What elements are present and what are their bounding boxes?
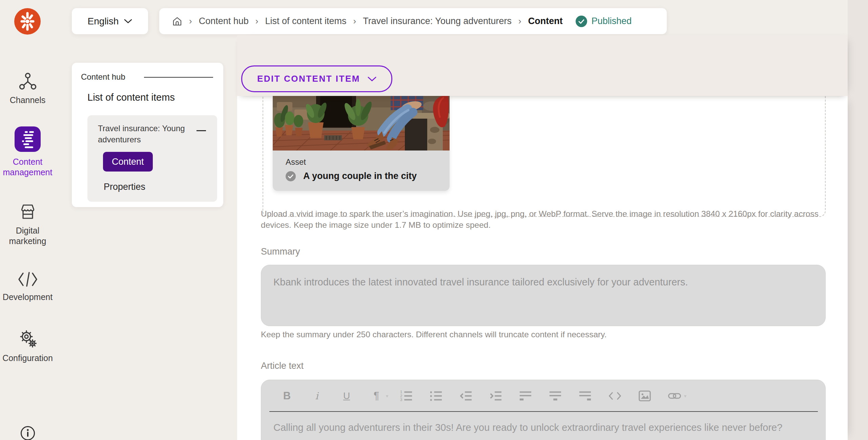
status-badge-label: Published [592, 16, 632, 26]
breadcrumb-item-content: Content [528, 16, 563, 26]
chevron-down-icon: ▾ [386, 393, 388, 399]
indent-icon[interactable] [489, 389, 502, 403]
content-item-title[interactable]: Travel insurance: Young adventurers [98, 123, 187, 145]
edit-content-item-label: EDIT CONTENT ITEM [257, 74, 360, 84]
rich-text-toolbar: B i U ¶▾ 123 [281, 389, 681, 403]
article-text-label: Article text [261, 361, 304, 371]
sidebar-item-label: Configuration [0, 353, 55, 363]
paragraph-style-icon[interactable]: ¶▾ [370, 389, 383, 403]
tab-content[interactable]: Content [103, 152, 153, 172]
summary-textarea[interactable]: Kbank introduces the latest innovated tr… [261, 265, 826, 326]
bold-icon[interactable]: B [281, 389, 293, 403]
asset-photo [273, 96, 450, 151]
selected-content-item-card: Travel insurance: Young adventurers Cont… [87, 115, 217, 202]
asset-caption: Asset A young couple in the city [273, 151, 450, 191]
sidebar-item-configuration[interactable]: Configuration [0, 329, 55, 363]
align-right-icon[interactable] [579, 389, 592, 403]
nav-panel-title: Content hub [81, 72, 125, 82]
check-circle-icon [576, 16, 587, 27]
edit-content-item-button[interactable]: EDIT CONTENT ITEM [241, 65, 392, 92]
svg-text:1: 1 [400, 390, 402, 394]
chevron-down-icon [368, 76, 376, 82]
sidebar-item-channels[interactable]: Channels [0, 73, 55, 105]
content-management-icon [0, 126, 55, 152]
page-right-margin [848, 0, 868, 440]
outdent-icon[interactable] [459, 389, 472, 403]
check-circle-icon [286, 171, 296, 181]
svg-text:3: 3 [400, 398, 402, 402]
sidebar-item-content-management[interactable]: Content management [0, 126, 55, 178]
unordered-list-icon[interactable] [430, 389, 442, 403]
sidebar-item-label: Channels [0, 95, 55, 105]
digital-marketing-icon [0, 203, 55, 221]
breadcrumb-separator: › [353, 16, 356, 26]
summary-label: Summary [261, 246, 300, 257]
breadcrumb: › Content hub › List of content items › … [159, 8, 667, 34]
ordered-list-icon[interactable]: 123 [400, 389, 413, 403]
summary-helper-text: Keep the summary under 250 characters. D… [261, 329, 823, 340]
divider [197, 130, 206, 131]
sidebar-item-label: Content management [0, 157, 55, 178]
align-left-icon[interactable] [519, 389, 532, 403]
svg-text:2: 2 [400, 394, 402, 398]
content-form-panel: Asset A young couple in the city Upload … [237, 96, 848, 440]
asset-card[interactable]: Asset A young couple in the city [273, 96, 450, 191]
divider [144, 77, 213, 78]
asset-type-label: Asset [286, 157, 450, 167]
italic-icon[interactable]: i [310, 389, 323, 403]
underline-icon[interactable]: U [340, 389, 353, 403]
navigation-panel: Content hub List of content items Travel… [72, 63, 223, 207]
breadcrumb-separator: › [189, 16, 192, 26]
code-icon[interactable] [608, 389, 621, 403]
summary-value: Kbank introduces the latest innovated tr… [273, 277, 813, 288]
language-selector[interactable]: English [72, 8, 148, 34]
image-icon[interactable] [638, 389, 651, 403]
article-text-value[interactable]: Calling all young adventurers in their 3… [273, 422, 809, 433]
link-icon[interactable]: ▾ [668, 389, 681, 403]
configuration-icon [0, 329, 55, 348]
align-center-icon[interactable] [549, 389, 562, 403]
chevron-down-icon [124, 19, 132, 24]
breadcrumb-item-list[interactable]: List of content items [265, 16, 346, 26]
development-icon [0, 272, 55, 287]
breadcrumb-item-content-hub[interactable]: Content hub [199, 16, 249, 26]
tab-properties[interactable]: Properties [104, 182, 145, 192]
info-icon[interactable] [20, 426, 35, 440]
sidebar-item-label: Development [0, 292, 55, 302]
channels-icon [0, 73, 55, 90]
breadcrumb-item-travel-insurance[interactable]: Travel insurance: Young adventurers [363, 16, 512, 26]
home-icon[interactable] [172, 16, 182, 26]
nav-section-list-of-content-items[interactable]: List of content items [87, 92, 175, 103]
asset-helper-text: Upload a vivid image to spark the user’s… [261, 208, 823, 231]
sidebar-item-label: Digital marketing [0, 225, 55, 246]
toolbar-divider [269, 411, 818, 412]
breadcrumb-separator: › [255, 16, 259, 26]
app-logo[interactable] [14, 8, 41, 35]
sticky-action-bar: EDIT CONTENT ITEM [237, 35, 848, 96]
status-badge: Published [576, 16, 632, 27]
language-selector-value: English [88, 16, 119, 27]
chevron-down-icon: ▾ [684, 393, 686, 399]
asset-name: A young couple in the city [303, 171, 417, 181]
sidebar-item-digital-marketing[interactable]: Digital marketing [0, 203, 55, 246]
article-rich-text-editor: B i U ¶▾ 123 [261, 380, 826, 440]
sidebar-item-development[interactable]: Development [0, 272, 55, 302]
breadcrumb-separator: › [518, 16, 521, 26]
